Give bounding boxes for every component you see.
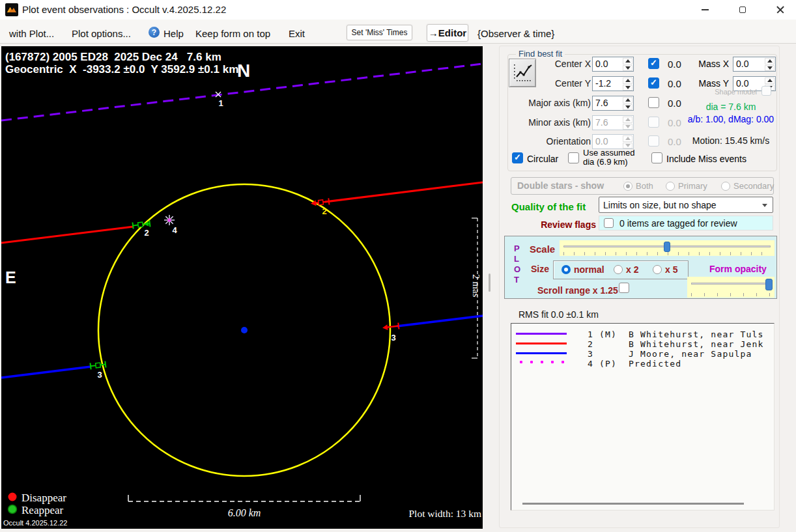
mass-y-up[interactable] [765,77,775,84]
size-radio-normal[interactable] [561,265,571,274]
observation-4-name: Predicted [629,359,681,369]
observation-row-2[interactable]: 2B Whitehurst, near Jenk [588,339,764,349]
use-assumed-checkbox[interactable] [568,152,579,163]
control-panel: Find best fit Center X 0.0 0.0 Center Y … [499,46,780,528]
orientation-value: 0.0 [593,135,623,148]
observation-row-1[interactable]: 1 (M)B Whitehurst, near Tuls [588,329,764,339]
double-stars-radio-secondary [721,182,730,191]
chevron-down-icon [762,204,767,207]
size-radio-x2[interactable] [614,265,623,274]
legend-line-chord3 [516,352,567,354]
east-label: E [5,268,16,287]
mass-x-value[interactable]: 0.0 [733,57,765,71]
observations-listbox[interactable]: 1 (M)B Whitehurst, near Tuls 2B Whitehur… [511,323,775,511]
maximize-icon [739,7,746,13]
observation-1-name: B Whitehurst, near Tuls [629,329,764,339]
size-radio-x5[interactable] [653,265,662,274]
orientation-label: Orientation [511,136,591,147]
double-stars-label-primary: Primary [678,181,707,191]
observer-time-label: {Observer & time} [477,28,554,39]
plot-letter-l: L [514,254,519,264]
mass-x-down[interactable] [765,65,775,72]
circular-checkbox[interactable] [512,152,523,163]
menu-with-plot[interactable]: with Plot... [9,28,54,39]
chord-3-right-segment [397,316,483,326]
km-scale-bar: 6.00 km [128,495,360,518]
center-y-down[interactable] [623,85,633,91]
plot-canvas[interactable]: 1 2 2 [1,46,483,529]
plot-title-line2: Geocentric X -3933.2 ±0.0 Y 3592.9 ±0.1 … [5,63,238,76]
mass-x-label: Mass X [683,59,729,69]
minimize-button[interactable] [690,0,719,20]
double-stars-label-both: Both [636,181,653,191]
size-radio-group: normal x 2 x 5 [553,260,689,279]
scroll-range-checkbox[interactable] [619,283,629,293]
center-x-spinner[interactable]: 0.0 [592,57,634,72]
center-y-flag: 0.0 [668,78,681,89]
editor-button[interactable]: →Editor [427,24,468,42]
double-stars-label-secondary: Secondary [733,181,774,191]
plot-controls-panel: P L O T Scale Size normal x 2 x 5 Form o… [504,236,777,299]
close-button[interactable] [766,0,795,20]
center-y-up[interactable] [623,77,633,84]
plot-title-line1: (167872) 2005 ED28 2025 Dec 24 7.6 km [5,51,221,63]
scale-slider-thumb[interactable] [664,242,670,252]
plot-letter-o: O [514,264,520,274]
chord-2-left-segment [1,227,134,243]
maximize-button[interactable] [728,0,757,20]
size-label-x2[interactable]: x 2 [626,264,638,275]
app-icon [5,3,18,16]
mass-x-spinner[interactable]: 0.0 [733,57,776,72]
major-axis-down[interactable] [623,104,633,111]
menu-exit[interactable]: Exit [289,28,305,39]
quality-dropdown[interactable]: Limits on size, but no shape [599,197,773,213]
orientation-flag: 0.0 [668,136,681,147]
size-label-x5[interactable]: x 5 [665,264,677,275]
horizontal-scrollbar[interactable] [522,503,744,505]
splitter-handle[interactable] [489,273,490,292]
minor-axis-checkbox [648,117,659,128]
size-label-normal[interactable]: normal [574,264,604,275]
center-x-down[interactable] [623,65,633,72]
disappear-dot-icon [8,493,17,501]
set-miss-times-button[interactable]: Set 'Miss' Times [347,25,412,40]
form-opacity-slider-thumb[interactable] [765,279,773,290]
observation-row-4[interactable]: 4 (P)Predicted [588,359,681,369]
menu-plot-options[interactable]: Plot options... [72,28,131,39]
plot-letter-p: P [514,244,520,253]
major-axis-value[interactable]: 7.6 [593,96,623,110]
plot-letter-t: T [514,275,519,285]
ab-dmag-value: a/b: 1.00, dMag: 0.00 [682,114,780,124]
center-x-up[interactable] [623,58,633,64]
major-axis-checkbox[interactable] [648,97,659,108]
observation-row-3[interactable]: 3J Moore, near Sapulpa [588,349,752,359]
menu-keep-on-top[interactable]: Keep form on top [195,28,270,39]
major-axis-spinner[interactable]: 7.6 [592,96,634,111]
menu-help[interactable]: Help [163,28,184,39]
center-x-checkbox[interactable] [648,58,659,69]
review-flags-checkbox[interactable] [604,218,614,228]
observation-3-name: J Moore, near Sapulpa [629,349,752,359]
center-y-value[interactable]: -1.2 [593,77,623,91]
major-axis-up[interactable] [623,97,633,104]
shape-model-label: Shape model [692,88,757,96]
quality-label: Quality of the fit [511,201,586,212]
double-stars-radio-both [623,182,633,191]
size-label: Size [531,264,549,274]
center-x-label: Center X [511,59,591,69]
chord-3-label-right: 3 [391,333,395,343]
scale-slider[interactable] [560,240,775,256]
minor-axis-value: 7.6 [593,116,623,130]
form-opacity-slider[interactable] [687,277,775,298]
help-icon[interactable]: ? [149,27,160,38]
scale-label: Scale [530,244,555,255]
center-y-checkbox[interactable] [648,77,659,89]
mass-x-up[interactable] [765,58,775,64]
center-x-value[interactable]: 0.0 [593,57,623,71]
chord-3-label-left: 3 [97,370,102,380]
legend-dots-chord4 [516,360,568,364]
include-miss-checkbox[interactable] [651,152,662,163]
center-y-spinner[interactable]: -1.2 [592,76,634,91]
orientation-spinner: 0.0 [592,134,634,149]
titlebar: Plot event observations : Occult v.4.202… [0,0,796,20]
